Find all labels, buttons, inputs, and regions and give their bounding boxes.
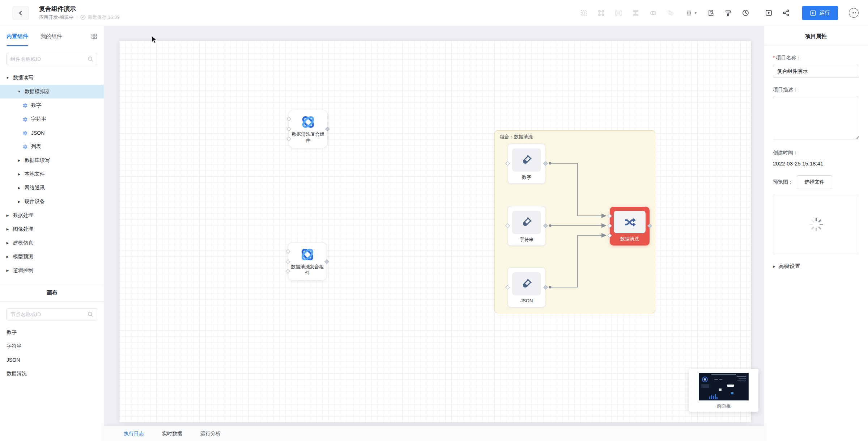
output-port[interactable]	[543, 161, 548, 166]
choose-file-button[interactable]: 选择文件	[797, 175, 832, 189]
node-list-item-string[interactable]: 字符串	[0, 339, 104, 353]
tree-item-data-simulator[interactable]: ▼数据模拟器	[0, 85, 104, 98]
group-data-clean[interactable]: 组合：数据清洗	[494, 130, 655, 313]
history-icon[interactable]	[741, 9, 749, 17]
tree-item-local-file[interactable]: ▶本地文件	[0, 167, 104, 181]
composite-node-2[interactable]: 数据清洗复合组件	[288, 242, 327, 281]
node-list-item-json[interactable]: JSON	[0, 353, 104, 367]
flow-canvas[interactable]: 数据清洗复合组件 数据清洗复合组件 组合：数据清洗	[104, 26, 764, 441]
tab-my-components[interactable]: 我的组件	[41, 26, 62, 46]
tree-item-data-rw[interactable]: ▼数据读写	[0, 71, 104, 85]
front-panel-preview[interactable]: 前面板	[689, 369, 758, 412]
tree-item-database-rw[interactable]: ▶数据库读写	[0, 154, 104, 167]
project-properties-panel: 项目属性 *项目名称： 项目描述： 创建时间： 2022-03-25 15:18…	[764, 26, 868, 441]
component-market-icon[interactable]	[91, 33, 97, 39]
app-window: 复合组件演示 应用开发-编辑中 | 最近保存 16:39	[0, 0, 868, 441]
save-status: 最近保存 16:39	[80, 14, 119, 21]
tree-item-network[interactable]: ▶网络通讯	[0, 181, 104, 195]
run-icon	[810, 10, 816, 16]
check-circle-icon	[80, 14, 86, 20]
caret-right-icon: ▶	[5, 269, 10, 272]
canvas-grid-surface[interactable]	[119, 41, 751, 422]
caret-right-icon: ▶	[5, 241, 10, 245]
back-button[interactable]	[12, 6, 29, 20]
input-port[interactable]	[607, 214, 612, 218]
composite-atom-icon	[300, 114, 316, 130]
title-block: 复合组件演示 应用开发-编辑中 | 最近保存 16:39	[39, 5, 120, 21]
distribute-horizontal-icon	[614, 9, 622, 17]
node-list-item-clean[interactable]: 数据清洗	[0, 367, 104, 381]
advanced-settings-toggle[interactable]: ▶ 高级设置	[773, 263, 859, 270]
component-sidebar: 内置组件 我的组件 ▼数据读写 ▼数据模拟器 数字 字符串 JSON 列表 ▶数…	[0, 26, 104, 441]
search-icon	[88, 56, 93, 62]
page-title: 复合组件演示	[39, 5, 120, 13]
output-port[interactable]	[543, 285, 548, 290]
node-number[interactable]: 数字	[507, 144, 546, 184]
tab-exec-log[interactable]: 执行日志	[124, 430, 144, 437]
preview-image-box	[773, 195, 859, 254]
front-panel-caption: 前面板	[689, 403, 758, 410]
output-port[interactable]	[647, 223, 652, 228]
canvas-node-list: 数字 字符串 JSON 数据清洗	[0, 326, 104, 381]
run-button[interactable]: 运行	[802, 6, 838, 20]
project-desc-textarea[interactable]	[773, 97, 859, 139]
tab-run-analysis[interactable]: 运行分析	[200, 430, 221, 437]
tab-realtime-data[interactable]: 实时数据	[162, 430, 182, 437]
component-search	[7, 53, 97, 65]
caret-right-icon: ▶	[17, 200, 21, 203]
transform-group-icon	[597, 9, 605, 17]
align-icon	[685, 9, 693, 17]
component-search-input[interactable]	[10, 56, 88, 62]
properties-panel-title: 项目属性	[764, 26, 868, 46]
share-icon[interactable]	[782, 9, 790, 17]
node-search-input[interactable]	[10, 311, 88, 317]
preview-run-icon[interactable]	[765, 9, 773, 17]
created-time-label: 创建时间：	[773, 150, 859, 156]
tree-item-model-predict[interactable]: ▶模型预测	[0, 250, 104, 264]
caret-right-icon: ▶	[773, 265, 775, 268]
caret-right-icon: ▶	[5, 227, 10, 231]
combine-icon	[649, 9, 657, 17]
input-port[interactable]	[505, 161, 510, 166]
node-label: 数据清洗复合组件	[288, 264, 327, 276]
node-search	[7, 308, 97, 320]
format-painter-icon[interactable]	[724, 9, 732, 17]
output-port[interactable]	[543, 223, 548, 228]
node-label: 数据清洗复合组件	[289, 131, 327, 144]
node-list-item-number[interactable]: 数字	[0, 326, 104, 339]
input-port[interactable]	[505, 285, 510, 290]
log-restore-icon[interactable]	[707, 9, 715, 17]
tree-item-hardware[interactable]: ▶硬件设备	[0, 195, 104, 209]
tree-item-image-processing[interactable]: ▶图像处理	[0, 222, 104, 236]
tree-item-json[interactable]: JSON	[0, 126, 104, 140]
composite-node-1[interactable]: 数据清洗复合组件	[289, 110, 328, 148]
test-tube-icon	[520, 216, 533, 229]
tree-item-modeling[interactable]: ▶建模仿真	[0, 236, 104, 250]
marquee-select-icon	[580, 9, 588, 17]
subtitle-separator: |	[76, 15, 77, 20]
tab-builtin-components[interactable]: 内置组件	[7, 26, 28, 46]
loading-spinner-icon	[808, 216, 825, 233]
tree-item-number[interactable]: 数字	[0, 98, 104, 112]
more-menu-button[interactable]	[849, 8, 859, 18]
header-bar: 复合组件演示 应用开发-编辑中 | 最近保存 16:39	[0, 0, 868, 26]
input-port[interactable]	[607, 233, 612, 238]
project-name-input[interactable]	[773, 65, 859, 78]
search-icon	[88, 311, 93, 317]
tree-item-data-processing[interactable]: ▶数据处理	[0, 209, 104, 222]
input-port[interactable]	[607, 223, 612, 228]
tree-item-logic-control[interactable]: ▶逻辑控制	[0, 264, 104, 277]
node-data-clean-selected[interactable]: 数据清洗	[610, 207, 650, 245]
icon-plate	[614, 211, 646, 233]
tree-item-string[interactable]: 字符串	[0, 112, 104, 126]
node-json[interactable]: JSON	[507, 268, 546, 307]
input-port[interactable]	[505, 223, 510, 228]
project-desc-label: 项目描述：	[773, 87, 859, 93]
tree-item-list[interactable]: 列表	[0, 140, 104, 154]
project-name-label: *项目名称：	[773, 55, 859, 61]
node-label: 数字	[512, 174, 541, 181]
node-string[interactable]: 字符串	[507, 206, 546, 246]
align-dropdown[interactable]: ▼	[685, 9, 697, 17]
test-tube-icon	[520, 154, 533, 167]
canvas-section-title: 画布	[0, 284, 104, 302]
